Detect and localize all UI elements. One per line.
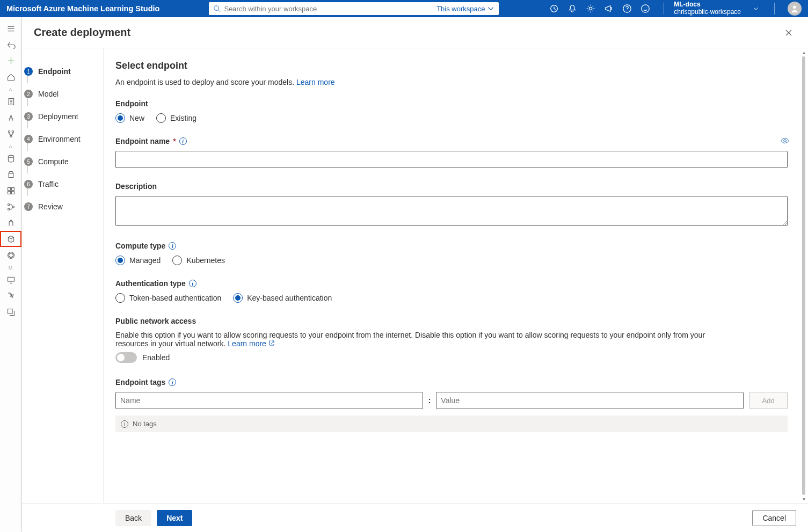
designer-icon[interactable]: [0, 126, 21, 142]
top-bar: Microsoft Azure Machine Learning Studio …: [0, 0, 808, 17]
data-icon[interactable]: [0, 150, 21, 166]
step-deployment[interactable]: 3 Deployment: [22, 105, 103, 128]
step-environment[interactable]: 4 Environment: [22, 128, 103, 150]
radio-auth-key[interactable]: Key-based authentication: [233, 293, 332, 303]
svg-point-8: [647, 8, 647, 8]
models-icon[interactable]: [0, 231, 21, 247]
close-button[interactable]: [781, 25, 796, 40]
info-icon[interactable]: i: [189, 280, 196, 287]
description-label: Description: [115, 182, 788, 191]
step-endpoint[interactable]: 1 Endpoint: [22, 60, 103, 83]
endpoints-icon[interactable]: [0, 247, 21, 263]
dialog-title: Create deployment: [34, 26, 130, 39]
svg-point-0: [214, 6, 219, 11]
next-button[interactable]: Next: [157, 510, 192, 526]
svg-rect-18: [11, 191, 14, 194]
svg-point-11: [8, 130, 10, 132]
datastore-icon[interactable]: [0, 288, 21, 304]
preview-icon[interactable]: [780, 136, 790, 147]
svg-point-19: [8, 203, 9, 205]
svg-point-14: [8, 155, 13, 157]
endpoint-name-input[interactable]: [115, 151, 788, 168]
help-icon[interactable]: [618, 0, 636, 17]
step-traffic[interactable]: 6 Traffic: [22, 173, 103, 195]
megaphone-icon[interactable]: [600, 0, 617, 17]
wizard-steps: 1 Endpoint 2 Model 3 Deployment 4 Enviro…: [22, 48, 104, 503]
tag-colon: :: [428, 396, 431, 405]
svg-point-7: [644, 8, 644, 8]
step-review[interactable]: 7 Review: [22, 195, 103, 218]
learn-more-link[interactable]: Learn more: [296, 78, 335, 86]
scroll-up-icon[interactable]: ▴: [803, 49, 805, 55]
form-panel: Select endpoint An endpoint is used to d…: [104, 48, 799, 503]
workspace-chevron[interactable]: [747, 0, 765, 17]
learn-more-public-link[interactable]: Learn more: [228, 339, 274, 348]
svg-point-3: [589, 7, 592, 10]
endpoint-tags-label: Endpoint tags i: [115, 378, 788, 387]
home-icon[interactable]: [0, 69, 21, 85]
back-button[interactable]: Back: [115, 510, 151, 526]
smile-icon[interactable]: [637, 0, 654, 17]
topbar-icons: [545, 0, 654, 17]
svg-point-6: [642, 5, 649, 12]
workspace-name: ML-docs: [674, 1, 741, 9]
svg-rect-23: [8, 277, 14, 281]
rail-section-a: A: [0, 85, 21, 93]
gear-icon[interactable]: [582, 0, 599, 17]
jobs-icon[interactable]: [0, 166, 21, 183]
public-access-description: Enable this option if you want to allow …: [115, 331, 717, 348]
svg-rect-16: [11, 187, 14, 190]
radio-endpoint-new[interactable]: New: [115, 113, 144, 123]
cancel-button[interactable]: Cancel: [752, 510, 796, 526]
clock-icon[interactable]: [545, 0, 563, 17]
svg-point-13: [10, 135, 11, 137]
pipelines-icon[interactable]: [0, 199, 21, 215]
svg-point-21: [8, 208, 9, 210]
svg-rect-15: [8, 187, 10, 190]
radio-compute-kubernetes[interactable]: Kubernetes: [172, 256, 225, 265]
svg-rect-24: [8, 309, 12, 314]
automl-icon[interactable]: [0, 110, 21, 126]
search-input[interactable]: [224, 5, 433, 13]
plus-icon[interactable]: [0, 53, 21, 69]
hamburger-icon[interactable]: [0, 20, 21, 37]
tag-value-input[interactable]: [436, 392, 744, 409]
info-icon[interactable]: i: [179, 137, 187, 145]
environments-icon[interactable]: [0, 215, 21, 231]
compute-type-label: Compute type i: [115, 242, 788, 250]
dialog-header: Create deployment: [22, 17, 808, 48]
form-description: An endpoint is used to deploy and score …: [115, 78, 788, 86]
components-icon[interactable]: [0, 183, 21, 199]
scroll-down-icon[interactable]: ▾: [803, 496, 805, 502]
description-input[interactable]: [115, 196, 788, 226]
public-access-toggle[interactable]: [115, 352, 137, 363]
endpoint-section-label: Endpoint: [115, 99, 788, 108]
global-search[interactable]: This workspace: [209, 2, 499, 15]
svg-point-5: [627, 11, 628, 11]
bell-icon[interactable]: [564, 0, 581, 17]
linked-icon[interactable]: [0, 304, 21, 320]
info-icon[interactable]: i: [169, 242, 176, 250]
public-access-label: Public network access: [115, 317, 788, 325]
workspace-info[interactable]: ML-docs chrisqpublic-workspace: [674, 1, 741, 16]
create-deployment-dialog: Create deployment 1 Endpoint 2 Model 3 D…: [21, 17, 808, 532]
radio-compute-managed[interactable]: Managed: [115, 256, 161, 265]
notebook-icon[interactable]: [0, 93, 21, 110]
compute-icon[interactable]: [0, 272, 21, 288]
form-heading: Select endpoint: [115, 60, 788, 71]
user-avatar[interactable]: [788, 2, 802, 16]
public-access-toggle-label: Enabled: [142, 353, 170, 362]
tag-name-input[interactable]: [115, 392, 423, 409]
step-compute[interactable]: 5 Compute: [22, 150, 103, 173]
info-icon[interactable]: i: [169, 378, 176, 386]
search-scope-dropdown[interactable]: This workspace: [436, 5, 494, 13]
svg-point-20: [12, 206, 14, 207]
svg-rect-17: [8, 191, 10, 194]
edge-scrollbar[interactable]: ▴ ▾: [799, 48, 808, 503]
back-icon[interactable]: [0, 37, 21, 53]
radio-auth-token[interactable]: Token-based authentication: [115, 293, 221, 303]
radio-endpoint-existing[interactable]: Existing: [156, 113, 196, 123]
workspace-subtitle: chrisqpublic-workspace: [674, 9, 741, 16]
step-model[interactable]: 2 Model: [22, 83, 103, 105]
tag-add-button[interactable]: Add: [749, 392, 788, 409]
